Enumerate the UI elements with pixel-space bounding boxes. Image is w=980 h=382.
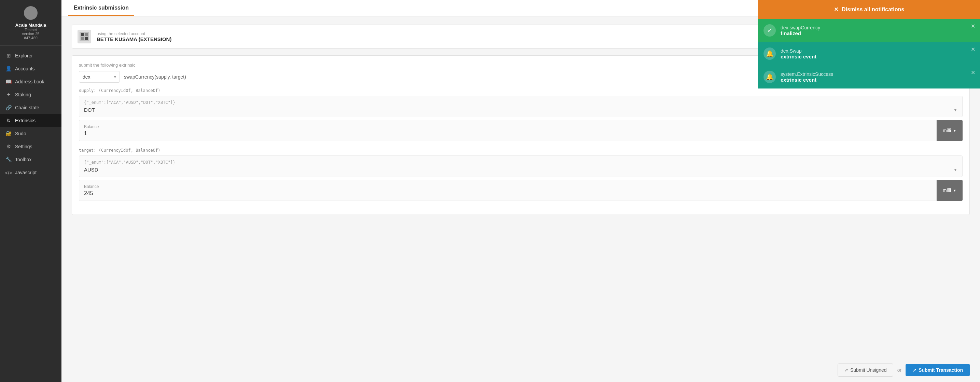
unsigned-label: Submit Unsigned bbox=[850, 367, 887, 373]
sidebar-label-toolbox: Toolbox bbox=[15, 157, 32, 162]
target-unit-button[interactable]: milli ▼ bbox=[937, 180, 963, 201]
notif-2-subtitle: extrinsic event bbox=[781, 54, 975, 59]
sidebar-label-javascript: Javascript bbox=[15, 170, 37, 175]
notif-1-close[interactable]: ✕ bbox=[971, 23, 975, 29]
app-version: version 25 bbox=[5, 32, 56, 36]
supply-param-section: supply: (CurrencyIdOf, BalanceOf) {"_enu… bbox=[79, 88, 963, 141]
target-currency-card: {"_enum":["ACA","AUSD","DOT","XBTC"]} AU… bbox=[79, 155, 963, 177]
target-dropdown-arrow: ▼ bbox=[953, 168, 958, 172]
avatar bbox=[24, 6, 38, 20]
sidebar-nav: ⊞ Explorer 👤 Accounts 📖 Address book ✦ S… bbox=[0, 46, 62, 382]
sidebar-label-settings: Settings bbox=[15, 144, 32, 149]
chain-state-icon: 🔗 bbox=[5, 105, 12, 111]
notification-item-1: ✓ dex.swapCurrency finalized ✕ bbox=[758, 19, 980, 42]
explorer-icon: ⊞ bbox=[5, 53, 12, 59]
notification-item-3: 🔔 system.ExtrinsicSuccess extrinsic even… bbox=[758, 65, 980, 88]
target-unit-label: milli bbox=[943, 188, 951, 193]
notif-2-content: dex.Swap extrinsic event bbox=[781, 48, 975, 59]
sidebar-item-sudo[interactable]: 🔐 Sudo bbox=[0, 127, 62, 140]
address-book-icon: 📖 bbox=[5, 78, 12, 85]
submit-icon: ↗ bbox=[912, 367, 916, 373]
sidebar-label-address-book: Address book bbox=[15, 79, 45, 85]
supply-enum-hint: {"_enum":["ACA","AUSD","DOT","XBTC"]} bbox=[84, 100, 958, 105]
submit-label: Submit Transaction bbox=[918, 367, 963, 373]
submit-unsigned-button[interactable]: ↗ Submit Unsigned bbox=[838, 364, 893, 377]
sidebar-label-extrinsics: Extrinsics bbox=[15, 118, 35, 123]
sidebar-item-accounts[interactable]: 👤 Accounts bbox=[0, 62, 62, 75]
supply-currency-card: {"_enum":["ACA","AUSD","DOT","XBTC"]} DO… bbox=[79, 96, 963, 117]
target-selected: AUSD bbox=[84, 167, 98, 173]
svg-rect-3 bbox=[81, 37, 84, 40]
supply-dropdown-arrow: ▼ bbox=[953, 108, 958, 112]
sidebar-label-explorer: Explorer bbox=[15, 53, 33, 58]
tab-extrinsic-submission[interactable]: Extrinsic submission bbox=[68, 0, 134, 16]
target-param-section: target: (CurrencyIdOf, BalanceOf) {"_enu… bbox=[79, 148, 963, 201]
module-select-wrapper[interactable]: dex ▼ bbox=[79, 71, 120, 83]
notification-item-2: 🔔 dex.Swap extrinsic event ✕ bbox=[758, 42, 980, 65]
supply-balance-row: Balance 1 milli ▼ bbox=[79, 120, 963, 141]
target-enum-hint: {"_enum":["ACA","AUSD","DOT","XBTC"]} bbox=[84, 160, 958, 165]
sidebar-item-staking[interactable]: ✦ Staking bbox=[0, 88, 62, 101]
sidebar-item-javascript[interactable]: </> Javascript bbox=[0, 166, 62, 179]
extrinsics-icon: ↻ bbox=[5, 118, 12, 124]
supply-unit-arrow: ▼ bbox=[953, 129, 956, 133]
submit-transaction-button[interactable]: ↗ Submit Transaction bbox=[905, 364, 970, 376]
target-balance-label: Balance bbox=[84, 184, 932, 189]
sidebar-label-sudo: Sudo bbox=[15, 131, 26, 136]
sidebar-label-staking: Staking bbox=[15, 92, 31, 97]
notif-3-subtitle: extrinsic event bbox=[781, 77, 975, 83]
notif-1-subtitle: finalized bbox=[781, 30, 975, 36]
dismiss-all-bar[interactable]: ✕ Dismiss all notifications bbox=[758, 0, 980, 19]
supply-selected: DOT bbox=[84, 107, 95, 113]
sidebar-item-explorer[interactable]: ⊞ Explorer bbox=[0, 49, 62, 62]
supply-unit-label: milli bbox=[943, 128, 951, 133]
or-separator: or bbox=[897, 367, 902, 373]
sidebar-item-chain-state[interactable]: 🔗 Chain state bbox=[0, 101, 62, 114]
method-text: swapCurrency(supply, target) bbox=[124, 72, 186, 82]
unsigned-icon: ↗ bbox=[844, 367, 848, 373]
target-param-label: target: (CurrencyIdOf, BalanceOf) bbox=[79, 148, 963, 153]
notif-3-close[interactable]: ✕ bbox=[971, 69, 975, 76]
sidebar-item-settings[interactable]: ⚙ Settings bbox=[0, 140, 62, 153]
target-balance-card: Balance 245 bbox=[79, 180, 937, 201]
module-select[interactable]: dex bbox=[79, 71, 120, 83]
supply-balance-card: Balance 1 bbox=[79, 120, 937, 141]
target-balance-row: Balance 245 milli ▼ bbox=[79, 180, 963, 201]
toolbox-icon: 🔧 bbox=[5, 157, 12, 163]
notif-1-content: dex.swapCurrency finalized bbox=[781, 25, 975, 36]
supply-balance-value: 1 bbox=[84, 131, 932, 137]
target-unit-arrow: ▼ bbox=[953, 189, 956, 192]
sidebar-item-extrinsics[interactable]: ↻ Extrinsics bbox=[0, 114, 62, 127]
notifications-panel: ✕ Dismiss all notifications ✓ dex.swapCu… bbox=[758, 0, 980, 88]
supply-balance-label: Balance bbox=[84, 125, 932, 129]
notif-3-icon: 🔔 bbox=[764, 71, 776, 83]
svg-rect-2 bbox=[85, 33, 88, 36]
action-bar: ↗ Submit Unsigned or ↗ Submit Transactio… bbox=[62, 358, 980, 382]
notif-2-close[interactable]: ✕ bbox=[971, 46, 975, 53]
notif-1-icon: ✓ bbox=[764, 24, 776, 37]
sudo-icon: 🔐 bbox=[5, 131, 12, 137]
target-dropdown[interactable]: AUSD ▼ bbox=[84, 167, 958, 173]
block-number: #47,469 bbox=[5, 36, 56, 40]
supply-dropdown[interactable]: DOT ▼ bbox=[84, 107, 958, 113]
notif-2-icon: 🔔 bbox=[764, 48, 776, 60]
sidebar-item-toolbox[interactable]: 🔧 Toolbox bbox=[0, 153, 62, 166]
sidebar-header: Acala Mandala Testnet version 25 #47,469 bbox=[0, 0, 62, 46]
staking-icon: ✦ bbox=[5, 91, 12, 98]
svg-rect-1 bbox=[81, 33, 84, 36]
target-balance-value: 245 bbox=[84, 190, 932, 197]
settings-icon: ⚙ bbox=[5, 144, 12, 150]
dismiss-close-icon: ✕ bbox=[834, 6, 838, 13]
network-name: Acala Mandala bbox=[5, 22, 56, 28]
notif-3-content: system.ExtrinsicSuccess extrinsic event bbox=[781, 72, 975, 83]
sidebar-label-accounts: Accounts bbox=[15, 66, 35, 72]
sidebar: Acala Mandala Testnet version 25 #47,469… bbox=[0, 0, 62, 382]
svg-rect-4 bbox=[85, 37, 88, 40]
sidebar-item-address-book[interactable]: 📖 Address book bbox=[0, 75, 62, 88]
account-identicon bbox=[78, 30, 91, 43]
dismiss-label: Dismiss all notifications bbox=[842, 6, 904, 13]
accounts-icon: 👤 bbox=[5, 66, 12, 72]
sidebar-label-chain-state: Chain state bbox=[15, 105, 39, 110]
supply-unit-button[interactable]: milli ▼ bbox=[937, 120, 963, 141]
javascript-icon: </> bbox=[5, 169, 12, 176]
